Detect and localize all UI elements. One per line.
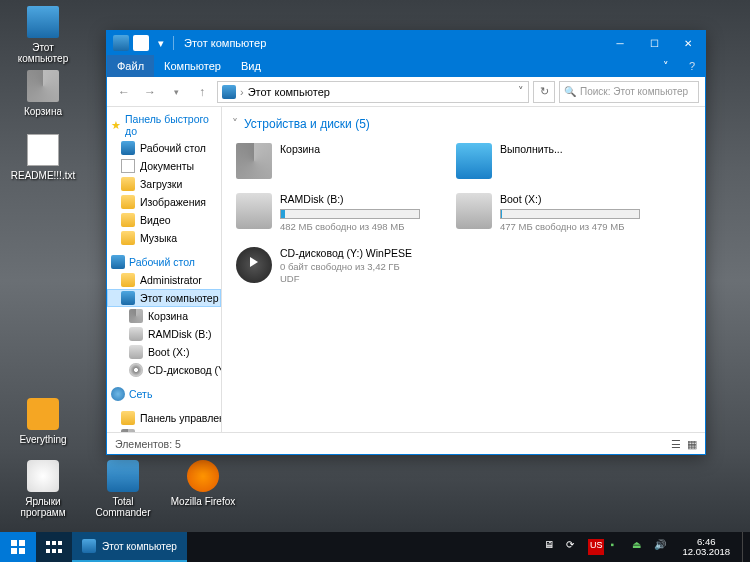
tab-file[interactable]: Файл: [107, 55, 154, 77]
network-icon: [111, 387, 125, 401]
device-tile[interactable]: RAMDisk (B:)482 МБ свободно из 498 МБ: [232, 189, 442, 237]
sidebar-item[interactable]: Корзина: [107, 307, 221, 325]
start-button[interactable]: [0, 532, 36, 562]
sidebar-item[interactable]: Рабочий стол: [107, 139, 221, 157]
sidebar-network[interactable]: Сеть: [107, 385, 221, 403]
tile-info: Выполнить...: [500, 143, 563, 179]
desktop-icon[interactable]: Mozilla Firefox: [168, 460, 238, 507]
folder-icon: [121, 141, 135, 155]
search-icon: 🔍: [564, 86, 576, 97]
navigation-pane: ★Панель быстрого до Рабочий столДокумент…: [107, 107, 222, 432]
device-tile[interactable]: Корзина: [232, 139, 442, 183]
tray-lang-icon[interactable]: US: [588, 539, 605, 555]
system-tray: 🖥 ⟳ US ▪ ⏏ 🔊 6:46 12.03.2018: [544, 532, 750, 562]
taskview-button[interactable]: [36, 532, 72, 562]
tile-icon: [456, 193, 492, 229]
close-button[interactable]: ✕: [671, 31, 705, 55]
qat-properties-icon[interactable]: [133, 35, 149, 51]
folder-icon: [121, 231, 135, 245]
view-details-button[interactable]: ☰: [671, 438, 681, 450]
tab-view[interactable]: Вид: [231, 55, 271, 77]
forward-button[interactable]: →: [139, 81, 161, 103]
desktop-icon[interactable]: Total Commander: [88, 460, 158, 518]
device-tile[interactable]: CD-дисковод (Y:) WinPESE0 байт свободно …: [232, 243, 442, 289]
tab-computer[interactable]: Компьютер: [154, 55, 231, 77]
minimize-button[interactable]: ─: [603, 31, 637, 55]
sidebar-item[interactable]: Документы: [107, 157, 221, 175]
sidebar-item[interactable]: CD-дисковод (Y:): [107, 361, 221, 379]
tray-screen-icon[interactable]: 🖥: [544, 539, 560, 555]
content-pane[interactable]: ˅ Устройства и диски (5) КорзинаВыполнит…: [222, 107, 705, 432]
group-header[interactable]: ˅ Устройства и диски (5): [232, 113, 695, 139]
sidebar-item[interactable]: Музыка: [107, 229, 221, 247]
svg-rect-0: [11, 540, 17, 546]
desktop-icon[interactable]: Этот компьютер: [8, 6, 78, 64]
help-button[interactable]: ?: [679, 55, 705, 77]
tray-sync-icon[interactable]: ⟳: [566, 539, 582, 555]
icon-label: Корзина: [8, 106, 78, 117]
item-icon: [121, 273, 135, 287]
back-button[interactable]: ←: [113, 81, 135, 103]
svg-rect-1: [19, 540, 25, 546]
sidebar-item[interactable]: Administrator: [107, 271, 221, 289]
tray-network-icon[interactable]: ▪: [610, 539, 626, 555]
taskbar-clock[interactable]: 6:46 12.03.2018: [676, 537, 736, 558]
sidebar-quick-access[interactable]: ★Панель быстрого до: [107, 111, 221, 139]
maximize-button[interactable]: ☐: [637, 31, 671, 55]
svg-rect-3: [19, 548, 25, 554]
chevron-down-icon: ˅: [232, 117, 238, 131]
desktop-icon[interactable]: README!!!.txt: [8, 134, 78, 181]
up-button[interactable]: ↑: [191, 81, 213, 103]
sidebar-item[interactable]: Загрузки: [107, 175, 221, 193]
view-tiles-button[interactable]: ▦: [687, 438, 697, 450]
icon-label: Total Commander: [88, 496, 158, 518]
desktop-icon[interactable]: Everything: [8, 398, 78, 445]
icon-label: Этот компьютер: [8, 42, 78, 64]
svg-rect-4: [46, 541, 50, 545]
explorer-icon: [82, 539, 96, 553]
desktop-icon[interactable]: Ярлыки программ: [8, 460, 78, 518]
sidebar-item[interactable]: Изображения: [107, 193, 221, 211]
sidebar-item[interactable]: Видео: [107, 211, 221, 229]
tray-safely-remove-icon[interactable]: ⏏: [632, 539, 648, 555]
recent-button[interactable]: ▾: [165, 81, 187, 103]
icon: [187, 460, 219, 492]
breadcrumb-dropdown-icon[interactable]: ˅: [518, 85, 524, 98]
folder-icon: [121, 177, 135, 191]
icon: [27, 6, 59, 38]
show-desktop-button[interactable]: [742, 532, 748, 562]
explorer-window: ▾ Этот компьютер ─ ☐ ✕ Файл Компьютер Ви…: [106, 30, 706, 455]
taskbar: Этот компьютер 🖥 ⟳ US ▪ ⏏ 🔊 6:46 12.03.2…: [0, 532, 750, 562]
breadcrumb-text: Этот компьютер: [248, 86, 330, 98]
taskbar-explorer[interactable]: Этот компьютер: [72, 532, 187, 562]
desktop-icon[interactable]: Корзина: [8, 70, 78, 117]
item-icon: [129, 327, 143, 341]
qat-dropdown-icon[interactable]: ▾: [153, 35, 169, 51]
sidebar-item[interactable]: Панель управлени: [107, 409, 221, 427]
icon: [27, 460, 59, 492]
device-tile[interactable]: Выполнить...: [452, 139, 662, 183]
icon-label: README!!!.txt: [8, 170, 78, 181]
device-tile[interactable]: Boot (X:)477 МБ свободно из 479 МБ: [452, 189, 662, 237]
icon-label: Everything: [8, 434, 78, 445]
folder-icon: [121, 213, 135, 227]
tray-volume-icon[interactable]: 🔊: [654, 539, 670, 555]
sidebar-desktop[interactable]: Рабочий стол: [107, 253, 221, 271]
item-icon: [129, 363, 143, 377]
desktop-icon: [111, 255, 125, 269]
sidebar-item[interactable]: Этот компьютер: [107, 289, 221, 307]
titlebar[interactable]: ▾ Этот компьютер ─ ☐ ✕: [107, 31, 705, 55]
desktop: Этот компьютерКорзинаREADME!!!.txtEveryt…: [0, 0, 750, 562]
folder-icon: [121, 195, 135, 209]
breadcrumb-pc-icon: [222, 85, 236, 99]
tile-info: RAMDisk (B:)482 МБ свободно из 498 МБ: [280, 193, 420, 233]
search-input[interactable]: 🔍 Поиск: Этот компьютер: [559, 81, 699, 103]
breadcrumb[interactable]: › Этот компьютер ˅: [217, 81, 529, 103]
refresh-button[interactable]: ↻: [533, 81, 555, 103]
svg-rect-5: [52, 541, 56, 545]
sidebar-item[interactable]: Boot (X:): [107, 343, 221, 361]
ribbon-expand-button[interactable]: ˅: [653, 55, 679, 77]
sidebar-item[interactable]: RAMDisk (B:): [107, 325, 221, 343]
app-icon: [113, 35, 129, 51]
star-icon: ★: [111, 119, 121, 132]
